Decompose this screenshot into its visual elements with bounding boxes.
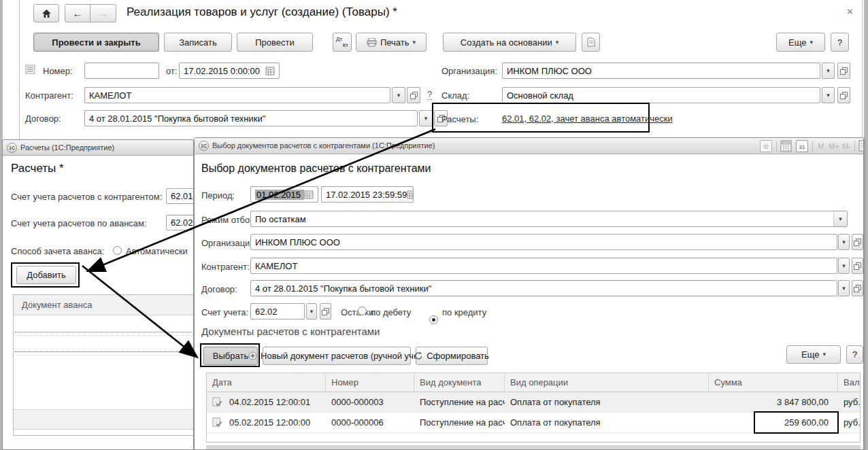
contract-open-button[interactable] bbox=[852, 280, 863, 296]
calendar-31-icon[interactable]: . . . 31 bbox=[796, 140, 808, 152]
list-menu-icon[interactable] bbox=[25, 65, 35, 74]
document-icon bbox=[587, 37, 595, 47]
contract-dropdown-button[interactable]: ▾ bbox=[419, 110, 433, 126]
counterparty-dropdown-button[interactable]: ▾ bbox=[392, 87, 405, 103]
column-header-number[interactable]: Номер bbox=[326, 373, 414, 392]
create-based-on-button[interactable]: Создать на основании ▾ bbox=[443, 33, 576, 52]
period-to-input[interactable]: 17.02.2015 23:59:59 bbox=[321, 186, 414, 203]
advance-documents-table[interactable]: Документ аванса bbox=[13, 294, 194, 436]
column-header-date[interactable]: Дата bbox=[207, 373, 326, 392]
column-header-amount[interactable]: Сумма bbox=[709, 373, 838, 392]
documents-table[interactable]: Дата Номер Вид документа Вид операции Су… bbox=[206, 373, 861, 443]
select-dialog-titlebar[interactable]: 1С Выбор документов расчетов с контраген… bbox=[195, 138, 863, 154]
memory-m-button[interactable]: M bbox=[818, 142, 824, 150]
table-row[interactable]: 04.02.2015 12:00:01 0000-000003 Поступле… bbox=[207, 392, 860, 413]
account-input[interactable]: 62.02 bbox=[250, 303, 305, 319]
counterparty-input[interactable]: КАМЕЛОТ bbox=[250, 258, 837, 274]
contract-input[interactable]: 4 от 28.01.2015 "Покупка бытовой техники… bbox=[84, 110, 418, 126]
more-button-dialog[interactable]: Еще ▾ bbox=[786, 345, 841, 364]
column-header-doc-type[interactable]: Вид документа bbox=[414, 373, 505, 392]
advance-method-auto-radio[interactable] bbox=[113, 246, 122, 255]
counterparty-open-button[interactable] bbox=[852, 258, 863, 274]
filter-mode-select[interactable]: По остаткам ▾ bbox=[250, 211, 848, 227]
period-label: Период: bbox=[201, 190, 235, 201]
related-documents-button[interactable] bbox=[582, 33, 600, 52]
counterparty-dropdown-button[interactable]: ▾ bbox=[838, 258, 850, 274]
post-and-close-button[interactable]: Провести и закрыть bbox=[33, 33, 159, 52]
counterparty-value: КАМЕЛОТ bbox=[255, 261, 297, 271]
calendar-icon[interactable] bbox=[304, 190, 314, 199]
organization-input[interactable]: ИНКОМ ПЛЮС ООО bbox=[502, 63, 820, 79]
printer-icon bbox=[367, 38, 377, 47]
contract-dropdown-button[interactable]: ▾ bbox=[838, 280, 850, 296]
horizontal-scrollbar[interactable] bbox=[206, 445, 861, 450]
empty-row-placeholder bbox=[15, 315, 192, 332]
counterparty-help-link[interactable]: ? bbox=[427, 89, 432, 100]
forward-button[interactable]: → bbox=[90, 4, 116, 22]
counterparty-value: КАМЕЛОТ bbox=[89, 90, 131, 101]
warehouse-open-button[interactable] bbox=[837, 87, 850, 103]
organization-input[interactable]: ИНКОМ ПЛЮС ООО bbox=[250, 234, 837, 250]
advance-method-label: Способ зачета аванса: bbox=[11, 246, 104, 256]
organization-open-button[interactable] bbox=[852, 234, 863, 250]
memory-m-minus-button[interactable]: M- bbox=[842, 142, 851, 150]
column-header-op-type[interactable]: Вид операции bbox=[505, 373, 709, 392]
account-dropdown-button[interactable]: ▾ bbox=[306, 303, 317, 319]
cell-amount: 3 847 800,00 bbox=[709, 392, 838, 412]
balance-debit-radio[interactable] bbox=[358, 307, 367, 315]
contract-value: 4 от 28.01.2015 "Покупка бытовой техники… bbox=[89, 114, 265, 124]
post-button[interactable]: Провести bbox=[237, 33, 313, 52]
settlements-label: Расчеты: bbox=[441, 114, 478, 124]
warehouse-dropdown-button[interactable]: ▾ bbox=[822, 87, 835, 103]
counterparty-input[interactable]: КАМЕЛОТ bbox=[84, 87, 390, 103]
advance-table-header[interactable]: Документ аванса bbox=[14, 295, 193, 315]
open-in-window-icon bbox=[854, 262, 861, 270]
filter-dropdown-button[interactable]: ▾ bbox=[833, 211, 847, 226]
warehouse-input[interactable]: Основной склад bbox=[502, 87, 820, 103]
kt-label: Кт bbox=[343, 42, 351, 48]
documents-table-header: Дата Номер Вид документа Вид операции Су… bbox=[207, 373, 860, 392]
counterparty-open-button[interactable] bbox=[407, 87, 420, 103]
advance-table-footer bbox=[14, 409, 193, 430]
screen: ← → Реализация товаров и услуг (создание… bbox=[0, 0, 868, 450]
account-open-button[interactable] bbox=[320, 303, 331, 319]
number-input[interactable] bbox=[84, 63, 159, 79]
new-document-button[interactable]: Новый документ расчетов (ручной учет) bbox=[263, 347, 411, 365]
balance-credit-radio[interactable] bbox=[429, 315, 438, 324]
document-icon[interactable] bbox=[858, 140, 864, 152]
column-header-currency[interactable]: Валю bbox=[838, 373, 860, 392]
favorites-star-icon[interactable]: ☆ bbox=[760, 140, 772, 152]
calculator-icon[interactable] bbox=[780, 140, 792, 152]
chevron-down-icon: ▾ bbox=[310, 309, 314, 315]
print-label: Печать bbox=[380, 37, 410, 48]
select-dialog-title: Выбор документов расчетов с контрагентам… bbox=[212, 141, 435, 150]
chevron-down-icon: ▾ bbox=[424, 116, 428, 122]
dt-label: Дт bbox=[333, 36, 342, 42]
print-button[interactable]: Печать ▾ bbox=[356, 33, 427, 52]
memory-m-plus-button[interactable]: M+ bbox=[829, 142, 839, 150]
calendar-icon[interactable] bbox=[265, 67, 275, 75]
table-row[interactable]: 05.02.2015 12:00:00 0000-000006 Поступле… bbox=[207, 413, 860, 433]
calendar-icon[interactable] bbox=[407, 190, 414, 199]
close-icon[interactable]: × bbox=[847, 5, 853, 17]
contract-input[interactable]: 4 от 28.01.2015 "Покупка бытовой техники… bbox=[250, 280, 837, 296]
period-from-input[interactable]: 01.02.2015 bbox=[250, 186, 318, 203]
generate-button[interactable]: Сформировать bbox=[416, 347, 488, 365]
write-button[interactable]: Записать bbox=[164, 33, 232, 52]
more-button-main[interactable]: Еще ▾ bbox=[776, 33, 825, 52]
organization-dropdown-button[interactable]: ▾ bbox=[838, 234, 850, 250]
settlements-dialog: 1С Расчеты (1С:Предприятие) Расчеты * Сч… bbox=[2, 139, 194, 450]
account-advance-input[interactable]: 62.02 bbox=[166, 215, 194, 230]
back-button[interactable]: ← bbox=[65, 4, 90, 22]
settlements-dialog-titlebar[interactable]: 1С Расчеты (1С:Предприятие) bbox=[3, 140, 193, 156]
home-button[interactable] bbox=[33, 4, 59, 22]
date-input[interactable]: 17.02.2015 0:00:00 bbox=[179, 63, 280, 79]
account-counterparty-input[interactable]: 62.01 bbox=[166, 188, 194, 204]
settlements-link[interactable]: 62.01, 62.02, зачет аванса автоматически bbox=[502, 114, 673, 124]
dtkt-button[interactable]: Дт Кт bbox=[333, 33, 352, 52]
organization-dropdown-button[interactable]: ▾ bbox=[822, 63, 835, 79]
add-button[interactable]: Добавить bbox=[16, 266, 76, 284]
help-button-main[interactable]: ? bbox=[831, 33, 849, 52]
help-button-dialog[interactable]: ? bbox=[846, 345, 863, 364]
organization-open-button[interactable] bbox=[837, 63, 850, 79]
